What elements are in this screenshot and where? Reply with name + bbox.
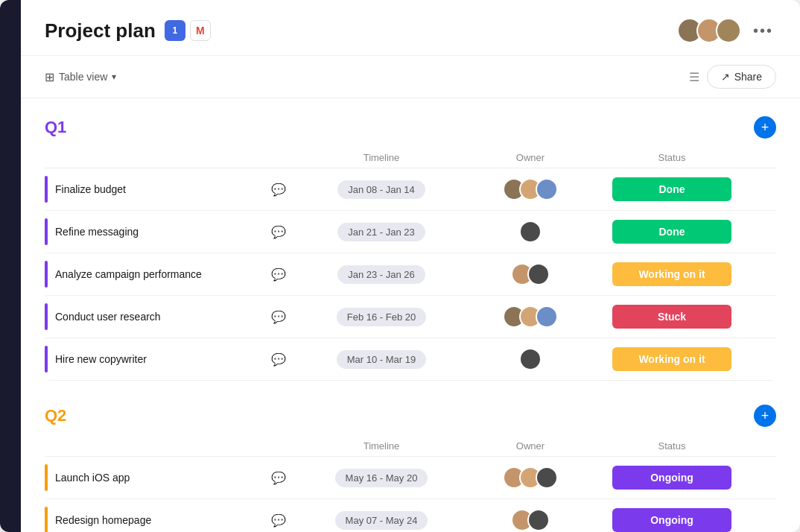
status-cell: Working on it <box>597 347 746 371</box>
row-border <box>45 176 48 203</box>
status-cell: Ongoing <box>597 466 746 490</box>
owner-avatars <box>503 305 558 328</box>
header-right: ••• <box>677 18 776 43</box>
q1-col-status: Status <box>597 152 746 163</box>
comment-icon[interactable]: 💬 <box>271 352 286 367</box>
comment-icon[interactable]: 💬 <box>271 513 286 528</box>
status-badge: Working on it <box>612 262 731 286</box>
task-name: Launch iOS app <box>55 472 130 484</box>
integration-icon-gmail[interactable]: M <box>190 20 211 41</box>
more-button[interactable]: ••• <box>750 19 776 42</box>
timeline-pill: Jan 23 - Jan 26 <box>337 265 425 284</box>
share-button[interactable]: ↗ Share <box>707 65 776 89</box>
owner-cell <box>463 509 597 531</box>
owner-avatars <box>511 509 550 531</box>
header: Project plan 1 M ••• <box>21 0 800 56</box>
section-q1-header: Q1 + <box>45 116 776 139</box>
status-cell: Done <box>597 177 746 201</box>
table-icon: ⊞ <box>45 70 54 84</box>
q1-col-extra <box>746 152 776 163</box>
comment-icon[interactable]: 💬 <box>271 471 286 485</box>
task-name: Finalize budget <box>55 183 126 195</box>
main-content: Project plan 1 M ••• <box>21 0 800 532</box>
owner-cell <box>463 178 597 200</box>
app-container: Project plan 1 M ••• <box>0 0 800 532</box>
q1-col-task <box>45 152 299 163</box>
owner-cell <box>463 305 597 328</box>
add-q1-button[interactable]: + <box>754 116 776 139</box>
status-badge: Ongoing <box>612 466 731 490</box>
timeline-cell: Jan 23 - Jan 26 <box>299 265 463 284</box>
table-row: Refine messaging 💬 Jan 21 - Jan 23 <box>45 211 776 253</box>
integration-icon-blue[interactable]: 1 <box>165 20 185 41</box>
owner-cell <box>463 348 597 370</box>
status-badge: Stuck <box>612 305 731 329</box>
status-cell: Done <box>597 220 746 244</box>
section-q1: Q1 + Timeline Owner Status <box>45 116 776 381</box>
task-cell: Redesign homepage 💬 <box>45 499 299 532</box>
owner-avatar <box>519 221 542 243</box>
q1-col-timeline: Timeline <box>299 152 463 163</box>
status-cell: Ongoing <box>597 508 746 532</box>
task-name: Redesign homepage <box>55 514 151 526</box>
header-left: Project plan 1 M <box>45 19 211 42</box>
table-row: Finalize budget 💬 Jan 08 - Jan 14 <box>45 168 776 211</box>
status-badge: Working on it <box>612 347 731 371</box>
comment-icon[interactable]: 💬 <box>271 267 286 282</box>
owner-avatars <box>519 221 542 243</box>
q1-col-owner: Owner <box>463 152 597 163</box>
add-q2-button[interactable]: + <box>754 405 776 427</box>
timeline-pill: Mar 10 - Mar 19 <box>337 350 426 369</box>
status-badge: Ongoing <box>612 508 731 532</box>
sidebar <box>0 0 21 532</box>
integration-icons: 1 M <box>165 20 211 41</box>
owner-avatar <box>536 178 558 200</box>
task-name: Refine messaging <box>55 226 139 238</box>
toolbar: ⊞ Table view ▾ ☰ ↗ Share <box>21 56 800 98</box>
q1-table: Timeline Owner Status Finalize budget 💬 <box>45 148 776 381</box>
task-name: Conduct user research <box>55 311 161 323</box>
task-name: Analyze campaign performance <box>55 268 202 280</box>
owner-avatars <box>511 263 550 285</box>
page-title: Project plan <box>45 19 156 42</box>
status-badge: Done <box>612 177 731 201</box>
owner-cell <box>463 221 597 243</box>
owner-avatars <box>503 178 558 200</box>
row-border <box>45 346 48 373</box>
filter-icon[interactable]: ☰ <box>689 70 699 84</box>
timeline-cell: Jan 08 - Jan 14 <box>299 180 463 199</box>
header-avatars <box>677 18 741 43</box>
timeline-cell: May 07 - May 24 <box>299 511 463 530</box>
timeline-pill: May 07 - May 24 <box>335 511 428 530</box>
timeline-cell: Mar 10 - Mar 19 <box>299 350 463 369</box>
status-cell: Working on it <box>597 262 746 286</box>
owner-cell <box>463 263 597 285</box>
timeline-pill: Jan 21 - Jan 23 <box>337 223 425 241</box>
task-cell: Refine messaging 💬 <box>45 211 299 253</box>
row-border <box>45 261 48 288</box>
q2-col-task <box>45 440 299 452</box>
row-border <box>45 218 48 245</box>
comment-icon[interactable]: 💬 <box>271 310 286 324</box>
share-icon: ↗ <box>721 71 730 83</box>
comment-icon[interactable]: 💬 <box>271 183 286 197</box>
timeline-cell: Jan 21 - Jan 23 <box>299 223 463 241</box>
table-view-button[interactable]: ⊞ Table view ▾ <box>45 70 116 84</box>
owner-cell <box>463 466 597 489</box>
task-cell: Finalize budget 💬 <box>45 168 299 210</box>
task-cell: Conduct user research 💬 <box>45 296 299 338</box>
comment-icon[interactable]: 💬 <box>271 225 286 239</box>
table-row: Analyze campaign performance 💬 Jan 23 - … <box>45 253 776 296</box>
table-row: Hire new copywriter 💬 Mar 10 - Mar 19 <box>45 338 776 381</box>
owner-avatar <box>536 305 558 328</box>
status-badge: Done <box>612 220 731 244</box>
task-name: Hire new copywriter <box>55 353 147 365</box>
row-border <box>45 507 48 532</box>
content-area: Q1 + Timeline Owner Status <box>21 98 800 532</box>
table-view-label: Table view <box>59 71 107 83</box>
row-border <box>45 303 48 330</box>
row-border <box>45 464 48 491</box>
q2-col-owner: Owner <box>463 440 597 452</box>
table-row: Launch iOS app 💬 May 16 - May 20 <box>45 457 776 499</box>
table-row: Conduct user research 💬 Feb 16 - Feb 20 <box>45 296 776 338</box>
